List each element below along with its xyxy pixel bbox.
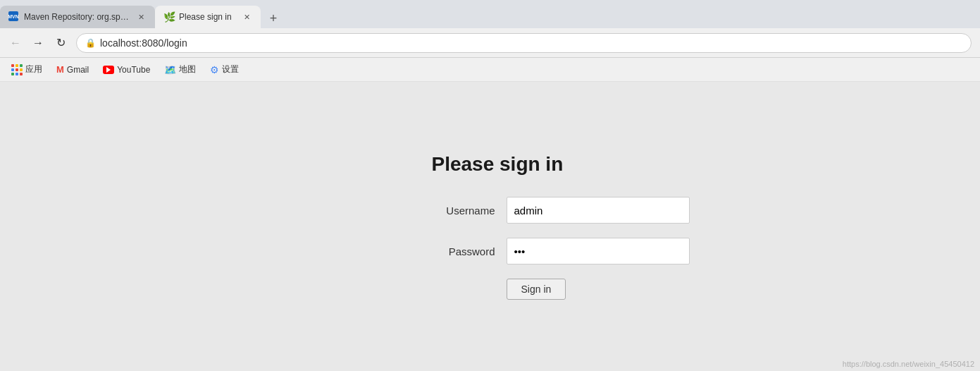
navigation-bar: ← → ↻ 🔒 localhost:8080/login	[0, 28, 980, 58]
bookmark-gmail-label: Gmail	[67, 65, 89, 75]
gmail-icon: M	[56, 64, 64, 75]
tab-login-title: Please sign in	[179, 12, 237, 22]
password-input[interactable]	[507, 238, 690, 264]
password-row: Password	[432, 238, 690, 264]
address-bar[interactable]: 🔒 localhost:8080/login	[76, 33, 972, 53]
address-text: localhost:8080/login	[100, 37, 187, 49]
bookmark-settings[interactable]: ⚙ 设置	[204, 61, 244, 78]
username-input[interactable]	[507, 197, 690, 224]
youtube-icon	[103, 66, 114, 74]
maps-icon: 🗺️	[164, 64, 176, 75]
settings-icon: ⚙	[210, 64, 219, 75]
username-row: Username	[432, 197, 690, 224]
login-title: Please sign in	[432, 153, 564, 176]
lock-icon: 🔒	[85, 38, 96, 48]
tab-maven[interactable]: MVN Maven Repository: org.springf ✕	[0, 6, 155, 28]
bookmark-apps[interactable]: 应用	[6, 61, 48, 78]
bookmark-maps-label: 地图	[179, 63, 196, 75]
tab-maven-title: Maven Repository: org.springf	[24, 12, 131, 22]
username-label: Username	[432, 205, 495, 217]
bookmark-settings-label: 设置	[222, 63, 239, 75]
maven-favicon: MVN	[8, 11, 20, 23]
back-button[interactable]: ←	[6, 33, 25, 53]
bookmark-youtube-label: YouTube	[117, 65, 150, 75]
leaf-favicon: 🌿	[163, 11, 175, 23]
bookmark-gmail[interactable]: M Gmail	[51, 61, 94, 78]
sign-in-button[interactable]: Sign in	[507, 279, 566, 300]
tab-login[interactable]: 🌿 Please sign in ✕	[155, 6, 261, 28]
password-label: Password	[432, 245, 495, 257]
bookmark-maps[interactable]: 🗺️ 地图	[159, 61, 201, 78]
page-content: Please sign in Username Password Sign in	[0, 82, 980, 371]
tab-login-close[interactable]: ✕	[241, 11, 252, 23]
watermark: https://blog.csdn.net/weixin_45450412	[843, 360, 974, 368]
tab-bar: MVN Maven Repository: org.springf ✕ 🌿 Pl…	[0, 0, 980, 28]
bookmark-apps-label: 应用	[25, 63, 42, 75]
bookmark-youtube[interactable]: YouTube	[97, 62, 156, 78]
login-form-container: Please sign in Username Password Sign in	[432, 153, 690, 300]
refresh-button[interactable]: ↻	[51, 33, 70, 53]
grid-icon	[11, 64, 23, 75]
bookmarks-bar: 应用 M Gmail YouTube 🗺️ 地图 ⚙ 设置	[0, 58, 980, 82]
tab-maven-close[interactable]: ✕	[135, 11, 147, 23]
new-tab-button[interactable]: +	[263, 8, 283, 28]
forward-button[interactable]: →	[28, 33, 48, 53]
